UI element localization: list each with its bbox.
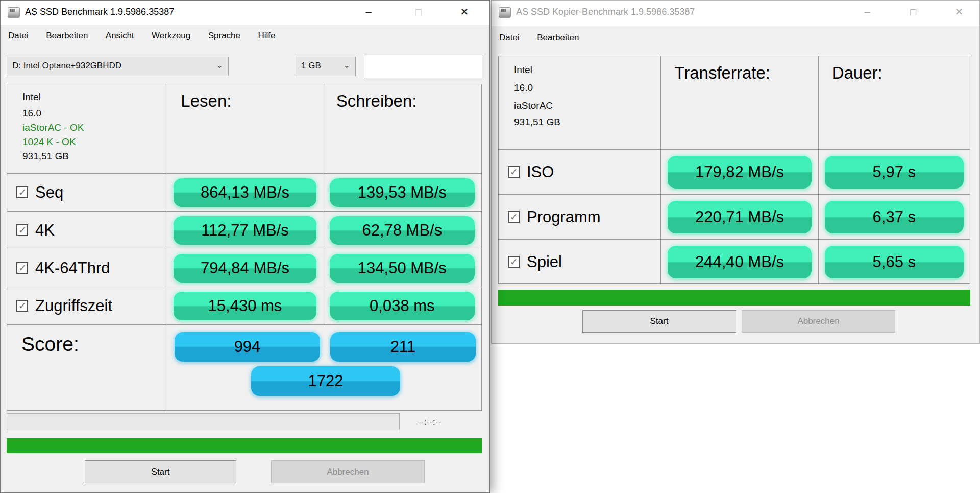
- drive-vendor: Intel: [22, 91, 167, 103]
- start-button[interactable]: Start: [582, 310, 736, 333]
- copy-progress-bar: [498, 290, 970, 306]
- menu-datei[interactable]: Datei: [492, 27, 527, 43]
- desktop: AS SSD Benchmark 1.9.5986.35387 – □ ✕ Da…: [0, 0, 980, 493]
- minimize-button[interactable]: –: [357, 1, 380, 23]
- menu-hilfe[interactable]: Hilfe: [250, 25, 283, 41]
- table-row-programm: Programm 220,71 MB/s 6,37 s: [499, 194, 970, 239]
- drive-info: Intel 16.0 iaStorAC - OK 1024 K - OK 931…: [7, 84, 167, 173]
- total-score-value: 1722: [251, 366, 400, 396]
- duration-header-cell: Dauer:: [819, 56, 970, 149]
- row-label: ISO: [527, 163, 554, 181]
- overall-progress-bar: [7, 438, 482, 453]
- table-row-4k: 4K 112,77 MB/s 62,78 MB/s: [7, 211, 481, 249]
- programm-checkbox[interactable]: [508, 211, 520, 223]
- score-label: Score:: [21, 333, 79, 356]
- table-row-spiel: Spiel 244,40 MB/s 5,65 s: [499, 239, 970, 284]
- iso-checkbox[interactable]: [508, 166, 520, 178]
- benchmark-window: AS SSD Benchmark 1.9.5986.35387 – □ ✕ Da…: [0, 0, 490, 493]
- menu-werkzeug[interactable]: Werkzeug: [144, 25, 198, 41]
- row-label: Programm: [527, 208, 601, 226]
- 4k64-checkbox[interactable]: [16, 262, 28, 274]
- row-label: Seq: [35, 183, 63, 202]
- driver-name: iaStorAC: [514, 100, 660, 111]
- drive-capacity: 931,51 GB: [514, 116, 660, 128]
- programm-rate-value: 220,71 MB/s: [668, 201, 811, 233]
- close-button[interactable]: ✕: [453, 1, 476, 23]
- write-column-header: Schreiben:: [323, 84, 481, 111]
- row-label: 4K-64Thrd: [35, 259, 110, 277]
- app-icon: [8, 7, 20, 18]
- menu-bar: Datei Bearbeiten Ansicht Werkzeug Sprach…: [1, 25, 489, 49]
- comment-input[interactable]: [364, 55, 482, 78]
- write-score-value: 211: [330, 332, 476, 362]
- write-header-cell: Schreiben:: [323, 84, 481, 173]
- copy-benchmark-window: AS SSD Kopier-Benchmark 1.9.5986.35387 –…: [491, 0, 980, 344]
- spiel-checkbox[interactable]: [508, 256, 520, 268]
- table-row-seq: Seq 864,13 MB/s 139,53 MB/s: [7, 173, 481, 211]
- start-button[interactable]: Start: [85, 460, 236, 483]
- test-size-select[interactable]: 1 GB ⌄: [296, 57, 356, 76]
- minimize-button[interactable]: –: [855, 1, 879, 23]
- titlebar: AS SSD Kopier-Benchmark 1.9.5986.35387 –…: [492, 1, 979, 26]
- read-score-value: 994: [175, 332, 320, 362]
- read-header-cell: Lesen:: [167, 84, 323, 173]
- menu-datei[interactable]: Datei: [1, 25, 36, 41]
- app-icon: [499, 7, 511, 18]
- window-title: AS SSD Kopier-Benchmark 1.9.5986.35387: [516, 7, 695, 17]
- row-label: Zugriffszeit: [35, 297, 112, 315]
- access-read-value: 15,430 ms: [174, 292, 316, 320]
- row-label: 4K: [35, 221, 55, 240]
- result-table: Intel 16.0 iaStorAC - OK 1024 K - OK 931…: [7, 84, 482, 411]
- drive-select[interactable]: D: Intel Optane+932GBHDD ⌄: [7, 57, 229, 76]
- rate-column-header: Transferrate:: [661, 56, 818, 83]
- access-time-checkbox[interactable]: [16, 300, 28, 312]
- table-row-iso: ISO 179,82 MB/s 5,97 s: [499, 149, 970, 194]
- drive-capacity: 931,51 GB: [22, 151, 167, 162]
- 4k-write-value: 62,78 MB/s: [330, 216, 475, 245]
- spiel-rate-value: 244,40 MB/s: [668, 246, 811, 278]
- iso-duration-value: 5,97 s: [825, 156, 964, 189]
- info-row: Intel 16.0 iaStorAC 931,51 GB Transferra…: [499, 56, 970, 149]
- 4k64-write-value: 134,50 MB/s: [330, 254, 475, 283]
- menu-bar: Datei Bearbeiten: [492, 27, 979, 51]
- drive-version: 16.0: [514, 82, 660, 93]
- seq-write-value: 139,53 MB/s: [330, 178, 475, 207]
- cancel-button: Abbrechen: [742, 310, 895, 333]
- seq-checkbox[interactable]: [16, 186, 28, 198]
- 4k64-read-value: 794,84 MB/s: [174, 254, 316, 283]
- iso-rate-value: 179,82 MB/s: [668, 156, 811, 189]
- row-label: Spiel: [527, 253, 562, 271]
- driver-status: iaStorAC - OK: [22, 122, 167, 133]
- 4k-read-value: 112,77 MB/s: [174, 216, 316, 245]
- table-row-4k64: 4K-64Thrd 794,84 MB/s 134,50 MB/s: [7, 249, 481, 287]
- drive-vendor: Intel: [514, 64, 660, 76]
- menu-ansicht[interactable]: Ansicht: [98, 25, 142, 41]
- 4k-checkbox[interactable]: [16, 224, 28, 236]
- read-column-header: Lesen:: [167, 84, 322, 111]
- score-row: Score: 994 211 1722: [7, 324, 481, 411]
- copy-result-table: Intel 16.0 iaStorAC 931,51 GB Transferra…: [498, 56, 970, 284]
- drive-info: Intel 16.0 iaStorAC 931,51 GB: [499, 56, 661, 149]
- close-button[interactable]: ✕: [947, 1, 971, 23]
- window-title: AS SSD Benchmark 1.9.5986.35387: [25, 7, 174, 17]
- titlebar: AS SSD Benchmark 1.9.5986.35387 – □ ✕: [1, 1, 489, 25]
- menu-bearbeiten[interactable]: Bearbeiten: [529, 27, 586, 43]
- benchmark-progress-bar: [7, 413, 400, 430]
- access-write-value: 0,038 ms: [330, 292, 475, 320]
- menu-sprache[interactable]: Sprache: [201, 25, 248, 41]
- spiel-duration-value: 5,65 s: [825, 246, 964, 278]
- menu-bearbeiten[interactable]: Bearbeiten: [38, 25, 95, 41]
- table-row-access-time: Zugriffszeit 15,430 ms 0,038 ms: [7, 287, 481, 324]
- alignment-status: 1024 K - OK: [22, 136, 167, 148]
- maximize-button[interactable]: □: [901, 1, 925, 23]
- seq-read-value: 864,13 MB/s: [174, 178, 316, 207]
- rate-header-cell: Transferrate:: [661, 56, 818, 149]
- info-row: Intel 16.0 iaStorAC - OK 1024 K - OK 931…: [7, 84, 481, 173]
- maximize-button[interactable]: □: [407, 1, 430, 23]
- chevron-down-icon: ⌄: [344, 60, 350, 70]
- duration-column-header: Dauer:: [819, 56, 970, 83]
- cancel-button: Abbrechen: [271, 460, 425, 483]
- programm-duration-value: 6,37 s: [825, 201, 964, 233]
- drive-version: 16.0: [22, 108, 167, 119]
- time-remaining: --:--:--: [418, 417, 442, 426]
